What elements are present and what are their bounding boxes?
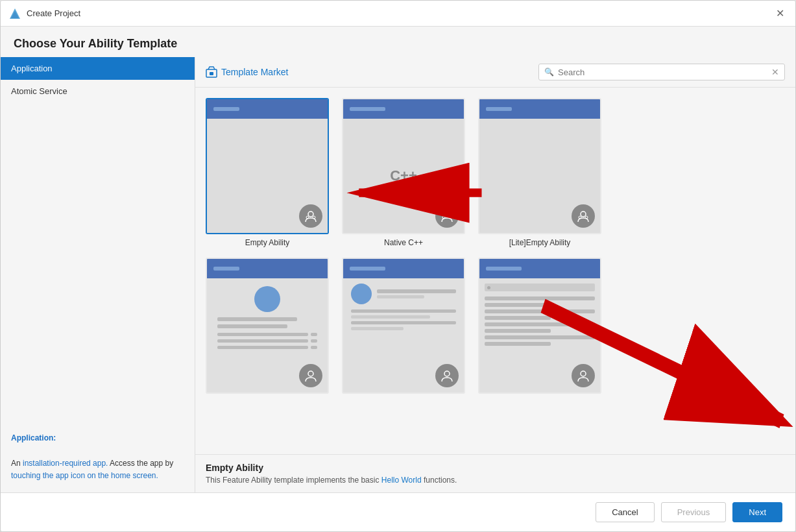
dialog-footer: Cancel Previous Next (1, 492, 795, 531)
template-card-search[interactable] (478, 258, 601, 398)
app-icon (8, 7, 21, 20)
template-icon-lite (572, 204, 595, 228)
svg-point-14 (444, 371, 450, 376)
svg-point-13 (308, 371, 313, 376)
sidebar: Application Atomic Service Application: … (1, 57, 195, 492)
template-card-list[interactable] (342, 258, 465, 398)
card-label-empty-ability: Empty Ability (245, 238, 290, 247)
search-icon: 🔍 (544, 67, 554, 77)
template-market-button[interactable]: Template Market (206, 66, 288, 78)
sidebar-description: Application: An installation-required ap… (1, 422, 195, 492)
search-input[interactable] (558, 67, 771, 77)
cpp-icon: C++ (390, 167, 417, 184)
svg-point-10 (581, 212, 586, 217)
template-card-profile[interactable] (206, 258, 329, 398)
template-icon-empty (299, 204, 322, 228)
next-button[interactable]: Next (732, 502, 782, 522)
svg-rect-3 (210, 72, 213, 75)
template-description: Empty Ability This Feature Ability templ… (195, 454, 795, 492)
svg-point-4 (308, 212, 313, 217)
close-button[interactable]: ✕ (772, 6, 788, 21)
svg-point-15 (581, 371, 586, 376)
clear-search-icon[interactable]: ✕ (771, 67, 779, 77)
sidebar-item-atomic-service[interactable]: Atomic Service (1, 80, 195, 103)
store-icon (206, 66, 217, 78)
card-label-native-cpp: Native C++ (384, 238, 423, 247)
description-text: This Feature Ability template implements… (206, 476, 785, 485)
template-icon-profile (299, 364, 322, 387)
dialog-body: Application Atomic Service Application: … (1, 57, 795, 492)
svg-point-7 (444, 212, 450, 217)
template-icon-cpp (435, 204, 459, 228)
title-bar: Create Project ✕ (1, 1, 795, 27)
template-card-native-cpp[interactable]: C++ Native C++ (342, 98, 465, 247)
description-title: Empty Ability (206, 463, 785, 473)
templates-grid: Empty Ability C++ (195, 88, 795, 454)
template-card-empty-ability[interactable]: Empty Ability (206, 98, 329, 247)
templates-row-2 (206, 258, 785, 398)
title-bar-text: Create Project (27, 8, 772, 18)
main-content: Template Market 🔍 ✕ (195, 57, 795, 492)
dialog-header: Choose Your Ability Template (1, 27, 795, 57)
card-label-lite-empty: [Lite]Empty Ability (509, 238, 571, 247)
create-project-dialog: Create Project ✕ Choose Your Ability Tem… (0, 0, 796, 532)
main-toolbar: Template Market 🔍 ✕ (195, 57, 795, 88)
search-box: 🔍 ✕ (538, 64, 785, 80)
template-card-lite-empty[interactable]: [Lite]Empty Ability (478, 98, 601, 247)
sidebar-item-application[interactable]: Application (1, 57, 195, 80)
previous-button[interactable]: Previous (661, 502, 727, 522)
template-icon-search (572, 364, 595, 387)
cancel-button[interactable]: Cancel (596, 502, 654, 522)
template-icon-list (435, 364, 459, 387)
templates-row-1: Empty Ability C++ (206, 98, 785, 247)
